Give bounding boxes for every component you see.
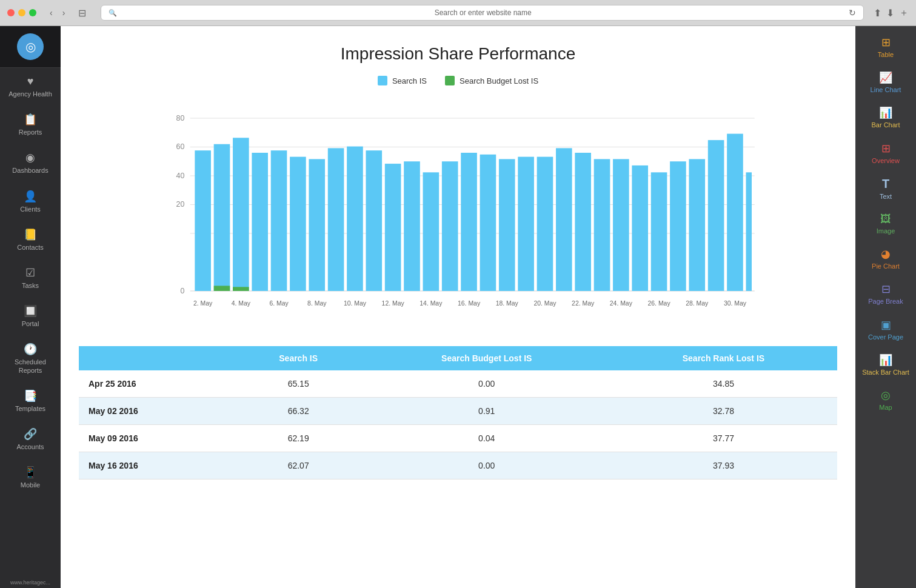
svg-text:4. May: 4. May bbox=[232, 300, 251, 307]
panel-label-map: Map bbox=[879, 404, 892, 412]
bar-17[interactable] bbox=[499, 159, 515, 291]
panel-item-pie-chart[interactable]: ◕ Pie Chart bbox=[858, 242, 914, 275]
sidebar-item-reports[interactable]: 📋 Reports bbox=[0, 105, 61, 144]
bar-1[interactable] bbox=[195, 150, 211, 291]
bar-19[interactable] bbox=[537, 157, 553, 291]
sidebar-item-mobile[interactable]: 📱 Mobile bbox=[0, 458, 61, 496]
table-cell-date: May 09 2016 bbox=[79, 425, 233, 452]
bar-6[interactable] bbox=[290, 157, 306, 291]
bar-12[interactable] bbox=[404, 161, 420, 291]
svg-text:28. May: 28. May bbox=[686, 300, 709, 307]
bar-7[interactable] bbox=[309, 159, 325, 291]
bar-29[interactable] bbox=[727, 134, 743, 291]
table-cell-search-is: 62.19 bbox=[233, 425, 364, 452]
bar-8[interactable] bbox=[328, 148, 344, 291]
reload-button[interactable]: ↻ bbox=[849, 8, 856, 18]
minimize-button[interactable] bbox=[18, 9, 25, 16]
legend-color-search-is bbox=[378, 76, 387, 85]
pie-chart-icon: ◕ bbox=[881, 247, 891, 261]
logo: ◎ bbox=[17, 33, 44, 60]
window-toggle-button[interactable]: ⊟ bbox=[73, 6, 91, 20]
panel-item-image[interactable]: 🖼 Image bbox=[858, 208, 914, 240]
logo-icon: ◎ bbox=[25, 39, 36, 54]
scheduled-reports-icon: 🕐 bbox=[24, 342, 37, 356]
close-button[interactable] bbox=[7, 9, 15, 16]
bar-5[interactable] bbox=[271, 150, 287, 291]
sidebar-item-dashboards[interactable]: ◉ Dashboards bbox=[0, 144, 61, 182]
bar-15[interactable] bbox=[461, 153, 477, 291]
table-header-date bbox=[79, 346, 233, 370]
panel-item-table[interactable]: ⊞ Table bbox=[858, 31, 914, 64]
table-row: May 02 2016 66.32 0.91 32.78 bbox=[79, 398, 837, 425]
bar-3-budget[interactable] bbox=[233, 287, 249, 291]
svg-text:40: 40 bbox=[176, 172, 185, 180]
bar-11[interactable] bbox=[385, 164, 401, 291]
bar-16[interactable] bbox=[480, 155, 496, 291]
bar-2-budget[interactable] bbox=[214, 286, 230, 291]
table-icon: ⊞ bbox=[881, 36, 891, 49]
panel-label-overview: Overview bbox=[872, 157, 900, 165]
panel-item-stack-bar-chart[interactable]: 📊 Stack Bar Chart bbox=[858, 349, 914, 381]
chart-container: 80 60 40 20 0 bbox=[79, 95, 837, 328]
bar-30[interactable] bbox=[746, 172, 752, 291]
bar-14[interactable] bbox=[442, 161, 458, 291]
bar-chart-icon: 📊 bbox=[879, 106, 892, 119]
panel-label-text: Text bbox=[880, 193, 892, 201]
browser-actions: ⬆ ⬇ ＋ bbox=[874, 7, 909, 19]
share-button[interactable]: ⬆ bbox=[874, 7, 881, 19]
bar-26[interactable] bbox=[670, 161, 686, 291]
bar-9[interactable] bbox=[347, 147, 363, 291]
url-bar[interactable]: 🔍 Search or enter website name ↻ bbox=[101, 5, 864, 21]
legend-color-budget-lost bbox=[445, 76, 455, 85]
download-button[interactable]: ⬇ bbox=[886, 7, 894, 19]
sidebar-item-tasks[interactable]: ☑ Tasks bbox=[0, 259, 61, 297]
contacts-icon: 📒 bbox=[24, 228, 37, 241]
panel-item-bar-chart[interactable]: 📊 Bar Chart bbox=[858, 101, 914, 134]
panel-item-line-chart[interactable]: 📈 Line Chart bbox=[858, 66, 914, 99]
panel-item-page-break[interactable]: ⊟ Page Break bbox=[858, 278, 914, 310]
bar-3[interactable] bbox=[233, 138, 249, 291]
app-layout: ◎ ♥ Agency Health 📋 Reports ◉ Dashboards… bbox=[0, 26, 916, 588]
svg-text:20: 20 bbox=[176, 200, 185, 209]
panel-item-map[interactable]: ◎ Map bbox=[858, 384, 914, 416]
sidebar-item-contacts[interactable]: 📒 Contacts bbox=[0, 221, 61, 259]
chart-legend: Search IS Search Budget Lost IS bbox=[79, 76, 837, 85]
svg-text:14. May: 14. May bbox=[420, 300, 443, 307]
bar-2[interactable] bbox=[214, 144, 230, 291]
bar-10[interactable] bbox=[366, 150, 383, 291]
bar-18[interactable] bbox=[518, 157, 534, 291]
line-chart-icon: 📈 bbox=[879, 71, 892, 84]
legend-label-search-is: Search IS bbox=[392, 76, 427, 85]
panel-item-text[interactable]: T Text bbox=[858, 172, 914, 205]
bar-13[interactable] bbox=[423, 172, 440, 291]
maximize-button[interactable] bbox=[29, 9, 36, 16]
panel-item-cover-page[interactable]: ▣ Cover Page bbox=[858, 313, 914, 346]
svg-text:26. May: 26. May bbox=[647, 300, 670, 307]
bar-22[interactable] bbox=[594, 159, 610, 291]
panel-label-page-break: Page Break bbox=[868, 298, 903, 306]
bar-21[interactable] bbox=[575, 153, 591, 291]
bar-4[interactable] bbox=[252, 153, 268, 291]
bar-20[interactable] bbox=[556, 148, 572, 291]
sidebar-item-clients[interactable]: 👤 Clients bbox=[0, 182, 61, 221]
bar-28[interactable] bbox=[708, 140, 724, 291]
bar-23[interactable] bbox=[613, 159, 629, 291]
sidebar-item-agency-health[interactable]: ♥ Agency Health bbox=[0, 68, 61, 105]
sidebar-item-templates[interactable]: 📑 Templates bbox=[0, 382, 61, 420]
sidebar-item-scheduled-reports[interactable]: 🕐 Scheduled Reports bbox=[0, 335, 61, 381]
sidebar-item-accounts[interactable]: 🔗 Accounts bbox=[0, 420, 61, 458]
bar-27[interactable] bbox=[689, 159, 705, 291]
bar-24[interactable] bbox=[632, 165, 648, 291]
panel-item-overview[interactable]: ⊞ Overview bbox=[858, 137, 914, 170]
accounts-label: Accounts bbox=[16, 443, 44, 451]
table-header-search-is: Search IS bbox=[233, 346, 364, 370]
image-icon: 🖼 bbox=[880, 213, 891, 226]
clients-label: Clients bbox=[20, 205, 41, 213]
sidebar-item-portal[interactable]: 🔲 Portal bbox=[0, 297, 61, 335]
add-tab-button[interactable]: ＋ bbox=[899, 7, 909, 19]
panel-label-pie-chart: Pie Chart bbox=[872, 262, 900, 270]
forward-button[interactable]: › bbox=[59, 7, 69, 19]
bar-25[interactable] bbox=[651, 172, 667, 291]
back-button[interactable]: ‹ bbox=[46, 7, 56, 19]
panel-label-line-chart: Line Chart bbox=[871, 86, 901, 94]
